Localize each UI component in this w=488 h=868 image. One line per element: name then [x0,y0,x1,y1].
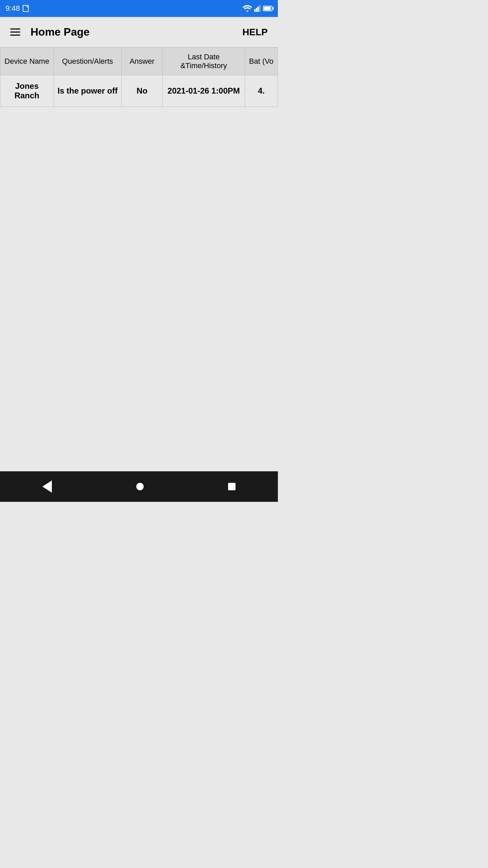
recent-apps-button[interactable] [228,483,236,490]
header-question-alerts: Question/Alerts [54,48,121,75]
data-table: Device Name Question/Alerts Answer Last … [0,47,278,107]
svg-rect-2 [258,6,259,12]
home-button[interactable] [136,483,144,490]
header-battery: Bat (Vo [245,48,278,75]
status-bar: 9:48 [0,0,278,17]
status-bar-left: 9:48 [5,4,29,13]
cell-last-date-time: 2021-01-26 1:00PM [163,75,245,107]
menu-button[interactable] [7,25,24,39]
home-icon [136,483,144,490]
back-icon [42,480,52,493]
menu-line-3 [10,35,20,36]
wifi-icon [243,5,252,12]
menu-line-1 [10,28,20,29]
table-header-row: Device Name Question/Alerts Answer Last … [0,48,278,75]
time-display: 9:48 [5,4,20,13]
back-button[interactable] [42,480,52,493]
header-answer: Answer [121,48,162,75]
menu-line-2 [10,32,20,33]
sim-icon [23,5,29,12]
cell-battery: 4. [245,75,278,107]
data-table-container: Device Name Question/Alerts Answer Last … [0,47,278,107]
header-device-name: Device Name [0,48,54,75]
cell-question-alerts: Is the power off [54,75,121,107]
table-row[interactable]: Jones Ranch Is the power off No 2021-01-… [0,75,278,107]
help-button[interactable]: HELP [239,23,271,41]
app-bar: Home Page HELP [0,17,278,47]
cell-device-name: Jones Ranch [0,75,54,107]
recent-icon [228,483,236,490]
svg-rect-0 [254,9,256,12]
battery-icon [263,6,272,11]
status-bar-right [243,5,272,12]
header-last-date-time: Last Date &Time/History [163,48,245,75]
cell-answer: No [121,75,162,107]
main-content-area [0,107,278,471]
signal-icon [254,5,261,12]
svg-rect-3 [259,5,261,12]
svg-rect-1 [256,8,257,12]
bottom-navigation [0,471,278,502]
page-title: Home Page [30,26,239,38]
